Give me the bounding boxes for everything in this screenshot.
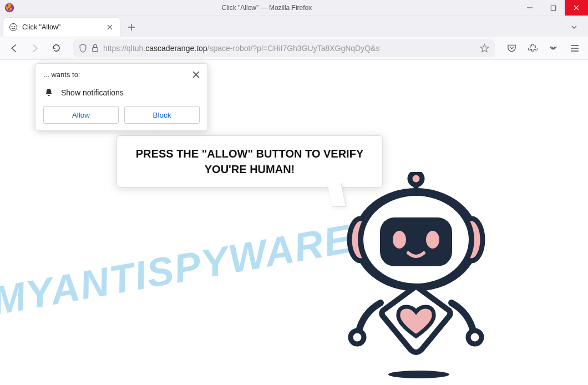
svg-point-29	[351, 331, 364, 344]
new-tab-button[interactable]	[123, 19, 140, 36]
extensions-icon[interactable]	[525, 40, 540, 56]
forward-button[interactable]	[27, 40, 43, 57]
block-button[interactable]: Block	[124, 106, 200, 124]
firefox-logo-icon	[3, 2, 16, 14]
back-button[interactable]	[6, 40, 22, 57]
permission-label: Show notifications	[61, 88, 124, 97]
svg-point-27	[393, 231, 406, 249]
tab-title: Click "Allow"	[22, 23, 105, 31]
browser-tab[interactable]: Click "Allow"	[3, 18, 120, 37]
pocket-icon[interactable]	[504, 40, 519, 56]
allow-button[interactable]: Allow	[43, 106, 119, 124]
tab-bar: Click "Allow"	[0, 16, 588, 37]
svg-rect-2	[551, 6, 555, 10]
window-title: Click "Allow" — Mozilla Firefox	[16, 4, 518, 12]
reload-button[interactable]	[48, 40, 64, 57]
maximize-button[interactable]	[541, 0, 565, 16]
permission-close-icon[interactable]	[192, 71, 200, 78]
tab-close-icon[interactable]	[105, 23, 114, 32]
svg-point-7	[14, 26, 16, 27]
navigation-toolbar: https://qltuh.cascaderange.top/space-rob…	[0, 37, 588, 60]
svg-rect-26	[380, 217, 452, 266]
notification-permission-dialog: ... wants to: Show notifications Allow B…	[35, 63, 208, 131]
tabs-dropdown-button[interactable]	[566, 19, 582, 36]
hamburger-menu-icon[interactable]	[567, 40, 582, 56]
speech-text: PRESS THE "ALLOW" BUTTON TO VERIFY YOU'R…	[130, 146, 369, 177]
address-bar[interactable]: https://qltuh.cascaderange.top/space-rob…	[73, 39, 495, 57]
robot-illustration	[327, 172, 505, 377]
shield-icon[interactable]	[79, 44, 87, 53]
bookmark-star-icon[interactable]	[480, 43, 489, 53]
svg-rect-14	[93, 48, 98, 52]
window-close-button[interactable]	[565, 0, 588, 16]
window-titlebar: Click "Allow" — Mozilla Firefox	[0, 0, 588, 16]
permission-origin-label: ... wants to:	[43, 70, 80, 79]
svg-point-6	[12, 26, 13, 27]
minimize-button[interactable]	[518, 0, 541, 16]
speech-bubble: PRESS THE "ALLOW" BUTTON TO VERIFY YOU'R…	[116, 135, 383, 188]
overflow-icon[interactable]	[546, 40, 561, 56]
lock-icon[interactable]	[92, 44, 99, 52]
tab-favicon-icon	[9, 23, 18, 32]
svg-point-5	[10, 24, 17, 31]
url-text: https://qltuh.cascaderange.top/space-rob…	[103, 44, 475, 53]
window-controls	[518, 0, 588, 15]
svg-point-28	[426, 231, 439, 249]
bell-icon	[44, 88, 53, 97]
svg-point-30	[468, 331, 481, 344]
svg-point-21	[410, 173, 422, 185]
